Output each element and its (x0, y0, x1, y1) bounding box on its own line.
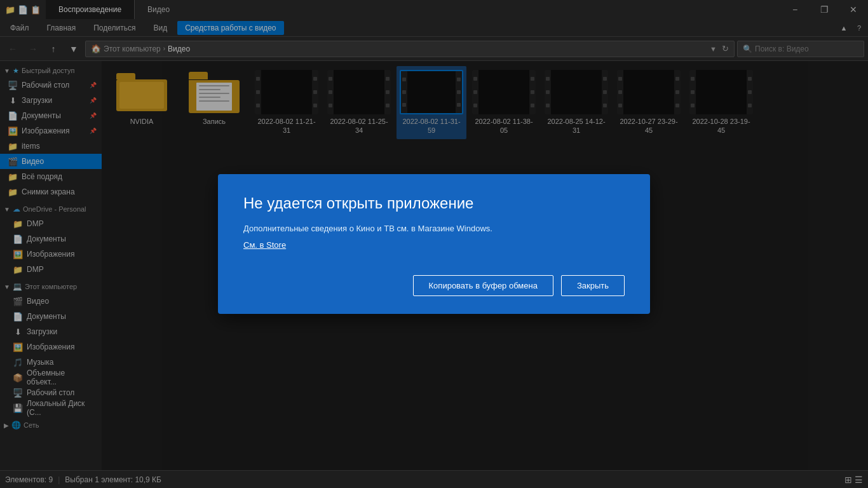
modal-close-button[interactable]: Закрыть (561, 275, 625, 296)
modal-body: Дополнительные сведения о Кино и ТВ см. … (243, 222, 625, 235)
modal-body-text: Дополнительные сведения о Кино и ТВ см. … (243, 224, 492, 233)
modal-overlay: Не удается открыть приложение Дополнител… (0, 0, 868, 488)
modal-buttons: Копировать в буфер обмена Закрыть (243, 275, 625, 296)
modal-title: Не удается открыть приложение (243, 194, 625, 212)
modal-store-link[interactable]: См. в Store (243, 240, 625, 250)
modal-dialog: Не удается открыть приложение Дополнител… (218, 174, 650, 314)
copy-clipboard-button[interactable]: Копировать в буфер обмена (413, 275, 553, 296)
